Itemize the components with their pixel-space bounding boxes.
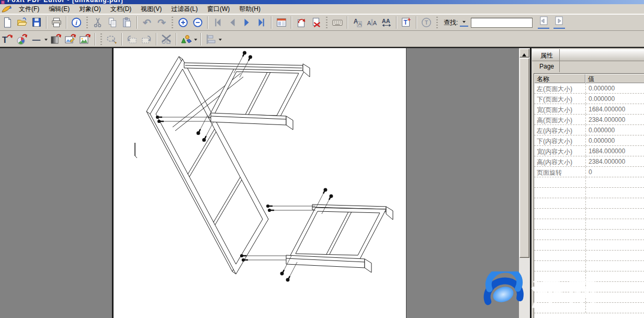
toolbar-separator (156, 33, 157, 46)
toolbar-grip[interactable] (436, 17, 438, 28)
char-spacing-button[interactable]: AA (379, 16, 394, 29)
undo-button[interactable]: ↶ (140, 16, 154, 29)
empty-row (534, 240, 644, 251)
property-value[interactable]: 2384.000000 (585, 115, 644, 124)
menu-edit[interactable]: 编辑(E) (44, 4, 74, 15)
page-properties-button[interactable] (274, 16, 289, 29)
edit-image-button[interactable] (63, 32, 78, 46)
redo-button[interactable]: ↷ (154, 16, 169, 29)
scissors-icon (92, 17, 104, 28)
line-style-button[interactable] (29, 32, 44, 46)
menu-file[interactable]: 文件(F) (14, 4, 44, 15)
scroll-up-button[interactable] (519, 49, 529, 58)
delete-page-icon (310, 17, 322, 28)
svg-text:T: T (2, 35, 8, 45)
chevron-down-icon[interactable] (44, 39, 48, 42)
rotate-page-button[interactable] (294, 16, 309, 29)
property-value[interactable]: 0.000000 (585, 83, 644, 93)
replace-image-button[interactable] (78, 32, 93, 46)
redo-icon: ↷ (157, 18, 166, 28)
property-table: 名称 值 左(页面大小) 0.000000 下(页面大小) 0.000000 宽… (534, 73, 644, 318)
info-button[interactable]: i (69, 16, 84, 29)
find-input[interactable] (471, 18, 533, 28)
property-value[interactable]: 1684.000000 (585, 146, 644, 156)
rotate-object-left-button[interactable] (125, 32, 139, 46)
menu-bar: 文件(F) 编辑(E) 对象(O) 文档(D) 视图(V) 过滤器(L) 窗口(… (0, 4, 644, 14)
toolbar-grip[interactable] (172, 17, 173, 28)
color-wheel-icon (16, 33, 28, 46)
char-spacing-icon: AA (381, 17, 392, 28)
gradient-icon (50, 33, 62, 46)
rotate-object-right-button[interactable] (139, 32, 154, 46)
paste-button[interactable] (120, 16, 134, 29)
empty-row (534, 219, 644, 230)
page-form-icon (276, 17, 287, 28)
toolbar-separator (291, 16, 292, 29)
edit-text-object-button[interactable]: T (0, 32, 15, 46)
new-document-button[interactable] (0, 16, 15, 29)
insert-shape-button[interactable] (179, 32, 194, 46)
table-row: 左(内容大小) 0.000000 (534, 125, 644, 135)
next-page-button[interactable] (240, 16, 254, 29)
toolbar-grip[interactable] (100, 33, 102, 45)
first-page-icon (212, 17, 223, 28)
edit-image-icon (64, 33, 77, 46)
table-row: 左(页面大小) 0.000000 (534, 83, 644, 94)
property-value[interactable]: 0.000000 (585, 135, 644, 145)
edit-shading-button[interactable] (49, 32, 63, 46)
toolbar-grip[interactable] (86, 17, 88, 28)
undo-icon: ↶ (143, 18, 151, 28)
keyboard-button[interactable] (330, 16, 345, 29)
chevron-down-icon[interactable] (194, 39, 197, 42)
panel-title[interactable]: 属性 (534, 49, 560, 62)
property-value[interactable]: 0.000000 (585, 94, 644, 104)
font-tool-button[interactable]: AA (350, 16, 365, 29)
find-previous-button[interactable] (536, 16, 551, 29)
edit-color-button[interactable] (15, 32, 29, 46)
property-value[interactable]: 0 (585, 167, 644, 177)
menu-help[interactable]: 帮助(H) (234, 4, 265, 15)
first-page-button[interactable] (210, 16, 225, 29)
tab-page[interactable]: Page (534, 61, 560, 72)
font-pair-button[interactable]: AA (365, 16, 379, 29)
toolbar-grip[interactable] (326, 17, 327, 28)
rotate-page-icon (296, 17, 307, 28)
shapes-icon (180, 33, 193, 46)
delete-object-button[interactable] (159, 32, 174, 46)
zoom-in-button[interactable] (176, 16, 190, 29)
add-text-button[interactable]: T+ (399, 16, 414, 29)
prev-page-button[interactable] (225, 16, 240, 29)
menu-window[interactable]: 窗口(W) (202, 4, 234, 15)
menu-document[interactable]: 文档(D) (106, 4, 137, 15)
save-button[interactable] (29, 16, 44, 29)
copy-icon (107, 17, 118, 28)
zoom-out-button[interactable] (190, 16, 205, 29)
document-page[interactable] (112, 48, 406, 318)
last-page-button[interactable] (254, 16, 269, 29)
table-row: 高(页面大小) 2384.000000 (534, 115, 644, 125)
property-value[interactable]: 1684.000000 (585, 104, 644, 114)
copy-button[interactable] (105, 16, 120, 29)
delete-page-button[interactable] (309, 16, 323, 29)
menu-object[interactable]: 对象(O) (74, 4, 105, 15)
scrollbar-thumb[interactable] (519, 58, 529, 258)
find-next-button[interactable] (551, 16, 567, 29)
text-circle-button[interactable]: T (419, 16, 434, 29)
empty-row (534, 188, 644, 198)
table-row: 高(内容大小) 2384.000000 (534, 156, 644, 167)
print-button[interactable] (49, 16, 64, 29)
chevron-down-icon[interactable] (219, 39, 222, 42)
open-button[interactable] (15, 16, 29, 29)
menu-filter[interactable]: 过滤器(L) (166, 4, 202, 15)
property-value[interactable]: 2384.000000 (585, 156, 644, 166)
align-tool-button[interactable] (204, 32, 218, 46)
property-value[interactable]: 0.000000 (585, 125, 644, 135)
cut-button[interactable] (91, 16, 105, 29)
find-dropdown-button[interactable] (460, 18, 468, 27)
menu-view[interactable]: 视图(V) (136, 4, 166, 15)
property-name: 宽(页面大小) (534, 104, 585, 114)
lasso-tool-button[interactable] (105, 32, 119, 46)
toolbar-separator (416, 16, 417, 29)
vertical-scrollbar[interactable] (519, 48, 530, 318)
new-document-icon (2, 17, 13, 28)
